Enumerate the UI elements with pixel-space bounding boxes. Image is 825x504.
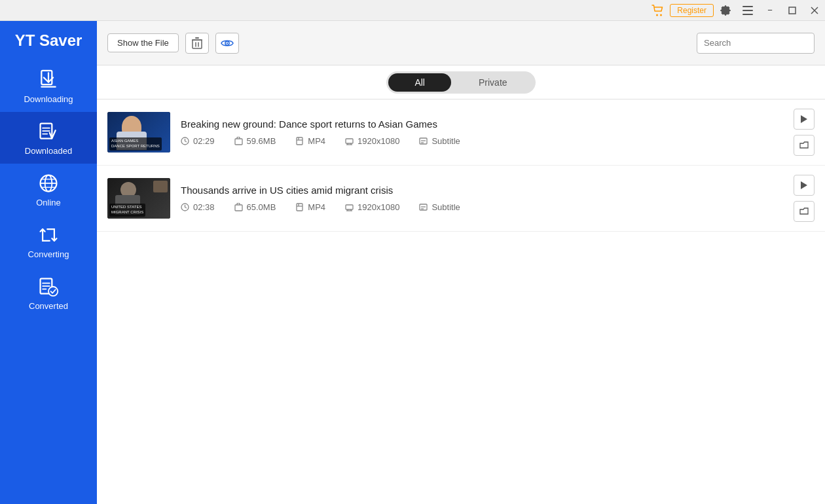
close-button[interactable] bbox=[804, 0, 825, 21]
sidebar-item-converting[interactable]: Converting bbox=[0, 215, 97, 267]
meta-resolution-1: 1920x1080 bbox=[345, 136, 399, 146]
svg-marker-56 bbox=[801, 181, 807, 189]
svg-rect-2 bbox=[742, 6, 753, 7]
video-item: ASIAN GAMESDANCE SPORT RETURNS Breaking … bbox=[97, 99, 825, 166]
svg-rect-37 bbox=[346, 139, 353, 143]
svg-point-32 bbox=[227, 42, 228, 43]
video-actions-2 bbox=[794, 175, 815, 222]
svg-marker-44 bbox=[801, 115, 807, 123]
main-layout: YT Saver Downloading Downloaded bbox=[0, 21, 825, 504]
title-bar: Register − bbox=[0, 0, 825, 21]
settings-button[interactable] bbox=[715, 0, 736, 21]
tab-private[interactable]: Private bbox=[452, 73, 534, 92]
svg-point-1 bbox=[660, 14, 662, 16]
maximize-button[interactable] bbox=[782, 0, 803, 21]
sidebar-item-converted[interactable]: Converted bbox=[0, 267, 97, 319]
toolbar: Show the File bbox=[97, 21, 825, 65]
sidebar-item-online[interactable]: Online bbox=[0, 164, 97, 215]
svg-rect-4 bbox=[742, 14, 753, 15]
meta-resolution-2: 1920x1080 bbox=[345, 202, 399, 212]
svg-rect-34 bbox=[235, 139, 242, 145]
sidebar-label-converted: Converted bbox=[29, 301, 68, 311]
app-title: YT Saver bbox=[0, 21, 97, 60]
meta-size-1: 59.6MB bbox=[234, 136, 276, 146]
register-button[interactable]: Register bbox=[670, 4, 714, 17]
meta-duration-2: 02:38 bbox=[181, 202, 215, 212]
svg-rect-5 bbox=[789, 7, 796, 14]
sidebar-label-converting: Converting bbox=[28, 249, 69, 259]
meta-subtitle-1: Subtitle bbox=[419, 136, 460, 146]
video-thumbnail-1: ASIAN GAMESDANCE SPORT RETURNS bbox=[107, 112, 170, 153]
cart-icon[interactable] bbox=[648, 0, 669, 21]
preview-button[interactable] bbox=[215, 33, 239, 54]
video-info-2: Thousands arrive in US cities amid migra… bbox=[181, 185, 783, 212]
meta-format-1: MP4 bbox=[295, 136, 325, 146]
video-title-1: Breaking new ground: Dance sport returns… bbox=[181, 118, 783, 130]
svg-rect-35 bbox=[297, 137, 302, 145]
minimize-button[interactable]: − bbox=[760, 0, 780, 21]
video-meta-1: 02:29 59.6MB MP4 1920x1080 bbox=[181, 136, 783, 146]
svg-rect-26 bbox=[192, 40, 202, 48]
tab-pill-group: All Private bbox=[386, 71, 535, 94]
sidebar-label-downloaded: Downloaded bbox=[25, 146, 72, 156]
svg-rect-47 bbox=[297, 204, 302, 211]
sidebar-label-downloading: Downloading bbox=[24, 94, 73, 104]
play-button-2[interactable] bbox=[794, 175, 815, 196]
video-info-1: Breaking new ground: Dance sport returns… bbox=[181, 118, 783, 146]
items-list: ASIAN GAMESDANCE SPORT RETURNS Breaking … bbox=[97, 99, 825, 504]
tab-all[interactable]: All bbox=[388, 73, 451, 92]
svg-rect-8 bbox=[41, 71, 52, 84]
svg-point-25 bbox=[48, 287, 58, 296]
delete-button[interactable] bbox=[185, 33, 209, 54]
title-bar-controls: Register − bbox=[648, 0, 825, 21]
show-file-button[interactable]: Show the File bbox=[107, 33, 179, 52]
sidebar-item-downloading[interactable]: Downloading bbox=[0, 60, 97, 112]
content-area: Show the File bbox=[97, 21, 825, 504]
tab-bar: All Private bbox=[97, 65, 825, 99]
video-actions-1 bbox=[794, 109, 815, 156]
video-thumbnail-2: UNITED STATESMIGRANT CRISIS bbox=[107, 178, 170, 219]
meta-size-2: 65.0MB bbox=[234, 202, 276, 212]
sidebar-item-downloaded[interactable]: Downloaded bbox=[0, 112, 97, 164]
menu-button[interactable] bbox=[737, 0, 758, 21]
search-input[interactable] bbox=[697, 33, 815, 54]
folder-button-1[interactable] bbox=[794, 135, 815, 156]
meta-subtitle-2: Subtitle bbox=[419, 202, 460, 212]
sidebar-label-online: Online bbox=[36, 198, 61, 207]
svg-rect-3 bbox=[742, 10, 753, 11]
svg-rect-49 bbox=[346, 205, 353, 209]
sidebar: YT Saver Downloading Downloaded bbox=[0, 21, 97, 504]
meta-format-2: MP4 bbox=[295, 202, 325, 212]
video-title-2: Thousands arrive in US cities amid migra… bbox=[181, 185, 783, 196]
play-button-1[interactable] bbox=[794, 109, 815, 130]
folder-button-2[interactable] bbox=[794, 201, 815, 222]
svg-rect-46 bbox=[235, 205, 242, 211]
svg-point-0 bbox=[656, 14, 658, 16]
video-meta-2: 02:38 65.0MB MP4 1920x1080 bbox=[181, 202, 783, 212]
meta-duration-1: 02:29 bbox=[181, 136, 215, 146]
video-item-2: UNITED STATESMIGRANT CRISIS Thousands ar… bbox=[97, 166, 825, 232]
